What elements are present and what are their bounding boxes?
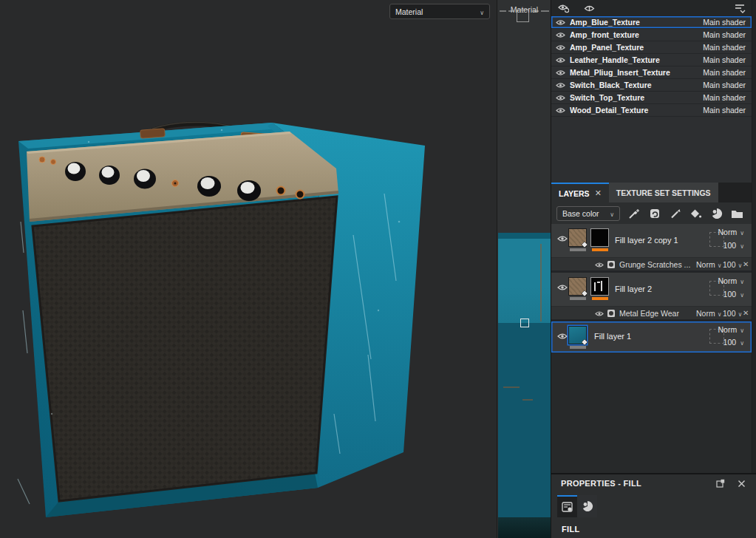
- scrollbar-gutter[interactable]: [752, 0, 756, 473]
- effect-opacity-select[interactable]: 100: [723, 260, 742, 269]
- amp-3d-model: [0, 0, 497, 538]
- properties-tabs: [551, 495, 756, 517]
- texture-set-row[interactable]: Amp_front_texture Main shader: [551, 29, 752, 41]
- fill-badge-icon: [581, 241, 588, 248]
- texture-set-shader[interactable]: Main shader: [703, 93, 746, 102]
- eye-icon[interactable]: [556, 32, 565, 38]
- eye-icon[interactable]: [556, 57, 565, 64]
- effect-name[interactable]: Metal Edge Wear: [619, 309, 679, 318]
- channel-filter-select[interactable]: Base color: [556, 206, 620, 221]
- texture-scratch: [540, 244, 542, 321]
- layer-name[interactable]: Fill layer 2: [615, 285, 652, 293]
- view2d-display-mode-label[interactable]: Material: [497, 5, 551, 14]
- layer-material-thumbnail[interactable]: [568, 277, 587, 296]
- eye-icon[interactable]: [595, 262, 604, 268]
- texture-set-row[interactable]: Amp_Panel_Texture Main shader: [551, 41, 752, 54]
- mask-effect-icon: [607, 309, 616, 318]
- chevron-down-icon: [738, 260, 743, 269]
- effect-opacity-select[interactable]: 100: [723, 309, 742, 318]
- viewport-2d[interactable]: Material: [497, 0, 551, 538]
- viewport-3d[interactable]: Material: [0, 0, 497, 538]
- close-icon[interactable]: [735, 477, 747, 489]
- texture-set-row[interactable]: Metal_Pliug_Insert_Texture Main shader: [551, 67, 752, 79]
- eye-icon[interactable]: [556, 19, 565, 26]
- opacity-select[interactable]: 100: [723, 338, 744, 347]
- eye-icon[interactable]: [556, 44, 565, 51]
- texture-set-list-header: [551, 0, 752, 16]
- dock-tab-bar: LAYERS ✕ TEXTURE SET SETTINGS: [551, 183, 752, 202]
- remove-effect-icon[interactable]: ✕: [743, 260, 749, 268]
- layer-effect-row[interactable]: Grunge Scratches ... Norm 100 ✕: [551, 257, 752, 270]
- texture-set-shader[interactable]: Main shader: [703, 55, 746, 64]
- eye-sync-icon[interactable]: [557, 2, 570, 15]
- effect-blend-select[interactable]: Norm: [696, 309, 722, 318]
- layer-name[interactable]: Fill layer 2 copy 1: [615, 236, 678, 245]
- texture-set-shader[interactable]: Main shader: [703, 30, 746, 39]
- texture-set-row[interactable]: Leather_Handle_Texture Main shader: [551, 54, 752, 67]
- effect-blend-select[interactable]: Norm: [696, 260, 722, 269]
- texture-scratch: [522, 399, 533, 401]
- add-group-folder-icon[interactable]: [731, 207, 743, 219]
- eye-icon[interactable]: [557, 235, 568, 242]
- properties-header: PROPERTIES - FILL: [551, 474, 756, 492]
- texture-set-row[interactable]: Switch_Black_Texture Main shader: [551, 79, 752, 92]
- filter-list-icon[interactable]: [733, 2, 746, 15]
- tab-properties-settings[interactable]: [557, 495, 577, 517]
- chevron-down-icon: [740, 290, 744, 299]
- chevron-down-icon: [740, 228, 744, 236]
- layer-row[interactable]: Fill layer 2 Norm 100: [551, 273, 752, 306]
- blend-mode-select[interactable]: Norm: [718, 228, 744, 236]
- eye-icon[interactable]: [556, 107, 565, 114]
- effect-opacity-value: 100: [723, 309, 736, 318]
- layer-material-thumbnail[interactable]: [568, 326, 587, 344]
- opacity-select[interactable]: 100: [723, 290, 744, 299]
- eye-icon[interactable]: [556, 82, 565, 89]
- layer-row[interactable]: Fill layer 2 copy 1 Norm 100: [551, 224, 752, 257]
- close-icon[interactable]: ✕: [595, 188, 602, 198]
- tab-material-preview[interactable]: [577, 495, 597, 517]
- texture-set-row[interactable]: Wood_Detail_Texture Main shader: [551, 104, 752, 117]
- opacity-select[interactable]: 100: [723, 241, 744, 250]
- texture-set-shader[interactable]: Main shader: [703, 106, 746, 115]
- remove-effect-icon[interactable]: ✕: [743, 309, 749, 317]
- mask-mark: [594, 282, 596, 291]
- layer-effect-row[interactable]: Metal Edge Wear Norm 100 ✕: [551, 306, 752, 319]
- tab-texture-set-settings[interactable]: TEXTURE SET SETTINGS: [609, 183, 718, 202]
- material-sphere-icon: [582, 500, 593, 512]
- smart-material-icon[interactable]: [710, 207, 723, 219]
- chevron-down-icon: [718, 260, 722, 269]
- eye-icon[interactable]: [556, 69, 565, 76]
- add-fill-layer-icon[interactable]: [648, 207, 661, 219]
- texture-set-row[interactable]: Amp_Blue_Texture Main shader: [551, 16, 752, 29]
- texture-set-rows: Amp_Blue_Texture Main shader Amp_front_t…: [551, 16, 752, 117]
- eye-icon[interactable]: [557, 333, 568, 340]
- texture-set-row[interactable]: Switch_Top_Texture Main shader: [551, 92, 752, 104]
- add-effect-icon[interactable]: [627, 207, 640, 219]
- viewport-display-mode-select[interactable]: Material: [389, 4, 490, 19]
- texture-set-shader[interactable]: Main shader: [703, 43, 746, 52]
- texture-set-shader[interactable]: Main shader: [703, 81, 746, 89]
- layer-name[interactable]: Fill layer 1: [594, 332, 631, 341]
- texture-set-name: Amp_front_texture: [570, 30, 698, 39]
- layer-row-selected[interactable]: Fill layer 1 Norm 100: [551, 321, 752, 353]
- blend-mode-select[interactable]: Norm: [718, 276, 744, 285]
- blend-mode-value: Norm: [718, 276, 737, 285]
- popout-icon[interactable]: [715, 477, 726, 489]
- eye-icon[interactable]: [556, 95, 565, 101]
- layer-mask-thumbnail[interactable]: [590, 277, 609, 296]
- fill-bucket-icon[interactable]: [689, 207, 702, 219]
- eye-solo-icon[interactable]: [583, 2, 596, 15]
- texture-set-name: Leather_Handle_Texture: [570, 55, 698, 64]
- add-paint-layer-icon[interactable]: [669, 207, 681, 219]
- uv-selection-square[interactable]: [520, 319, 529, 327]
- layer-material-thumbnail[interactable]: [568, 228, 587, 247]
- effect-name[interactable]: Grunge Scratches ...: [619, 260, 690, 269]
- texture-set-shader[interactable]: Main shader: [703, 68, 746, 77]
- layer-mask-thumbnail[interactable]: [590, 228, 609, 247]
- tab-layers[interactable]: LAYERS ✕: [551, 183, 609, 202]
- eye-icon[interactable]: [595, 310, 604, 317]
- texture-set-shader[interactable]: Main shader: [703, 18, 746, 27]
- blend-mode-select[interactable]: Norm: [718, 325, 744, 334]
- eye-icon[interactable]: [557, 284, 568, 291]
- fill-section-title: FILL: [562, 525, 579, 534]
